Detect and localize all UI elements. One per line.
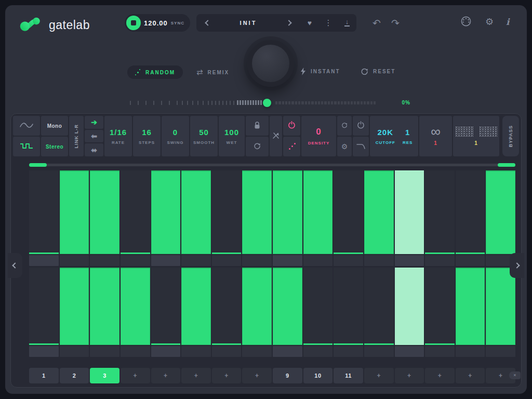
step-bottom-12[interactable] — [364, 268, 394, 345]
swing-cell[interactable]: 0 SWING — [162, 116, 189, 156]
link-lr-button[interactable]: LINK L-R — [69, 116, 84, 156]
step-bottom-4[interactable] — [121, 268, 150, 345]
add-pattern-button[interactable]: + — [425, 368, 455, 383]
step-top-10[interactable] — [303, 170, 333, 254]
favorite-button[interactable]: ♥ — [300, 14, 319, 32]
step-top-13[interactable] — [395, 170, 424, 254]
step-cell-13[interactable] — [395, 346, 424, 357]
step-bottom-3[interactable] — [90, 268, 119, 345]
random-button[interactable]: RANDOM — [127, 65, 183, 79]
step-bottom-15[interactable] — [456, 268, 485, 345]
step-top-2[interactable] — [60, 170, 89, 254]
delete-pattern-button[interactable]: × — [509, 371, 521, 379]
smooth-cell[interactable]: 50 SMOOTH — [190, 116, 218, 156]
main-knob[interactable] — [247, 40, 294, 87]
density-settings-button[interactable]: ⚙ — [337, 137, 352, 156]
step-cell-12[interactable] — [364, 255, 394, 266]
step-bottom-6[interactable] — [181, 268, 211, 345]
step-top-16[interactable] — [486, 170, 515, 254]
step-bottom-2[interactable] — [60, 268, 89, 345]
direction-forward-button[interactable]: ➔ — [85, 116, 103, 129]
redo-button[interactable]: ↷ — [388, 17, 403, 30]
add-pattern-button[interactable]: + — [364, 368, 394, 383]
add-pattern-button[interactable]: + — [242, 368, 272, 383]
square-wave-button[interactable] — [13, 137, 40, 156]
pattern-button-10[interactable]: 10 — [303, 368, 333, 383]
direction-pingpong-button[interactable]: ⬌ — [85, 143, 103, 156]
step-top-9[interactable] — [273, 170, 302, 254]
add-pattern-button[interactable]: + — [456, 368, 485, 383]
slider-thumb[interactable] — [263, 99, 271, 107]
step-bottom-9[interactable] — [273, 268, 302, 345]
density-refresh-button[interactable] — [337, 116, 352, 136]
step-cell-10[interactable] — [303, 255, 333, 266]
step-cell-12[interactable] — [364, 346, 394, 357]
density-random-button[interactable] — [283, 137, 300, 156]
sequencer-scrollbar[interactable] — [29, 164, 515, 166]
wet-cell[interactable]: 100 WET — [219, 116, 245, 156]
step-top-14[interactable] — [425, 170, 455, 254]
steps-cell[interactable]: 16 STEPS — [133, 116, 161, 156]
step-top-6[interactable] — [181, 170, 211, 254]
step-cell-4[interactable] — [121, 346, 150, 357]
density-power-button[interactable] — [283, 116, 300, 136]
filter-cell[interactable]: 20K CUTOFF 1 RES — [370, 116, 418, 156]
step-cell-9[interactable] — [273, 255, 302, 266]
scroll-handle-left[interactable] — [29, 163, 47, 167]
add-pattern-button[interactable]: + — [212, 368, 242, 383]
reroll-button[interactable] — [246, 137, 269, 156]
scroll-handle-right[interactable] — [498, 163, 515, 167]
rate-cell[interactable]: 1/16 RATE — [104, 116, 132, 156]
stereo-button[interactable]: Stereo — [41, 137, 68, 156]
step-cell-2[interactable] — [60, 346, 89, 357]
step-top-5[interactable] — [151, 170, 181, 254]
step-cell-9[interactable] — [273, 346, 302, 357]
add-pattern-button[interactable]: + — [121, 368, 150, 383]
step-cell-11[interactable] — [334, 255, 363, 266]
step-top-11[interactable] — [334, 170, 363, 254]
add-pattern-button[interactable]: + — [151, 368, 181, 383]
preset-menu-button[interactable]: ⋮ — [319, 14, 338, 32]
step-bottom-8[interactable] — [242, 268, 272, 345]
step-cell-1[interactable] — [29, 255, 59, 266]
step-cell-16[interactable] — [486, 346, 515, 357]
preset-name[interactable]: INIT — [219, 20, 277, 26]
step-cell-14[interactable] — [425, 255, 455, 266]
step-top-3[interactable] — [90, 170, 119, 254]
step-cell-3[interactable] — [90, 255, 119, 266]
step-top-15[interactable] — [456, 170, 485, 254]
lock-button[interactable] — [246, 116, 269, 136]
pattern-button-11[interactable]: 11 — [334, 368, 363, 383]
step-top-8[interactable] — [242, 170, 272, 254]
bypass-button[interactable]: BYPASS — [502, 116, 519, 156]
step-cell-13[interactable] — [395, 255, 424, 266]
pattern-button-3[interactable]: 3 — [90, 368, 119, 383]
step-bottom-1[interactable] — [29, 268, 59, 345]
step-cell-4[interactable] — [121, 255, 150, 266]
filter-type-button[interactable] — [353, 137, 369, 156]
instant-button[interactable]: INSTANT — [300, 68, 340, 75]
direction-backward-button[interactable]: ⬅ — [85, 130, 103, 143]
add-pattern-button[interactable]: + — [181, 368, 211, 383]
step-bottom-13[interactable] — [395, 268, 424, 345]
step-cell-1[interactable] — [29, 346, 59, 357]
step-top-4[interactable] — [121, 170, 150, 254]
reset-button[interactable]: RESET — [361, 68, 395, 75]
midi-button[interactable] — [460, 16, 472, 29]
save-preset-button[interactable]: ↓ — [338, 14, 356, 32]
preset-next-button[interactable] — [277, 14, 300, 32]
step-cell-11[interactable] — [334, 346, 363, 357]
pattern-button-9[interactable]: 9 — [273, 368, 302, 383]
step-cell-5[interactable] — [151, 346, 181, 357]
filter-power-button[interactable] — [353, 116, 369, 136]
step-cell-10[interactable] — [303, 346, 333, 357]
step-bottom-7[interactable] — [212, 268, 242, 345]
preset-prev-button[interactable] — [196, 14, 219, 32]
snap-off-button[interactable] — [270, 116, 282, 156]
sync-label[interactable]: SYNC — [171, 21, 184, 25]
step-bottom-16[interactable] — [486, 268, 515, 345]
step-bottom-10[interactable] — [303, 268, 333, 345]
bpm-value[interactable]: 120.00 — [141, 19, 171, 27]
step-top-12[interactable] — [364, 170, 394, 254]
step-top-7[interactable] — [212, 170, 242, 254]
